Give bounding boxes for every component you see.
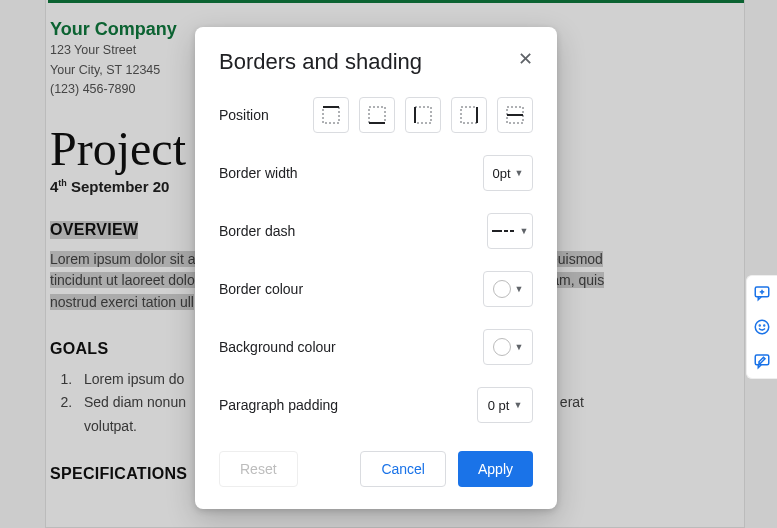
colour-swatch-icon [493,338,511,356]
border-width-row: Border width 0pt ▼ [219,155,533,191]
position-left-button[interactable] [405,97,441,133]
border-top-icon [322,106,340,124]
position-label: Position [219,107,269,123]
goal2c: volutpat. [84,418,137,434]
position-row: Position [219,97,533,133]
chevron-down-icon: ▼ [515,284,524,294]
apply-button[interactable]: Apply [458,451,533,487]
svg-point-13 [755,320,769,334]
header-divider [48,0,744,3]
svg-rect-6 [461,107,477,123]
close-icon[interactable]: ✕ [511,45,539,73]
border-colour-label: Border colour [219,281,303,297]
chevron-down-icon: ▼ [515,342,524,352]
dialog-title: Borders and shading [219,49,533,75]
position-top-button[interactable] [313,97,349,133]
goal2a: Sed diam nonun [84,394,186,410]
chevron-down-icon: ▼ [520,226,529,236]
chevron-down-icon: ▼ [513,400,522,410]
svg-point-15 [764,325,765,326]
svg-rect-16 [755,355,769,365]
svg-point-14 [759,325,760,326]
suggest-edits-icon[interactable] [751,350,773,372]
overview-heading: OVERVIEW [50,221,138,239]
chevron-down-icon: ▼ [515,168,524,178]
add-comment-icon[interactable] [751,282,773,304]
border-dash-icon [492,230,516,232]
borders-shading-dialog: Borders and shading ✕ Position Border wi… [195,27,557,509]
position-between-button[interactable] [497,97,533,133]
border-width-select[interactable]: 0pt ▼ [483,155,533,191]
border-between-icon [506,106,524,124]
border-dash-row: Border dash ▼ [219,213,533,249]
background-colour-row: Background colour ▼ [219,329,533,365]
date-ordinal: th [58,178,67,188]
overview-text-2: tincidunt ut laoreet dolo [50,272,195,288]
reset-button: Reset [219,451,298,487]
paragraph-padding-row: Paragraph padding 0 pt ▼ [219,387,533,423]
overview-text-1: Lorem ipsum dolor sit a [50,251,196,267]
border-left-icon [414,106,432,124]
position-right-button[interactable] [451,97,487,133]
background-colour-label: Background colour [219,339,336,355]
overview-text-3: nostrud exerci tation ull [50,294,194,310]
border-colour-select[interactable]: ▼ [483,271,533,307]
border-width-label: Border width [219,165,298,181]
date-rest: September 20 [67,178,170,195]
svg-rect-0 [323,107,339,123]
paragraph-padding-value: 0 pt [488,398,510,413]
position-bottom-button[interactable] [359,97,395,133]
goal1: Lorem ipsum do [84,371,184,387]
paragraph-padding-label: Paragraph padding [219,397,338,413]
border-bottom-icon [368,106,386,124]
background-colour-select[interactable]: ▼ [483,329,533,365]
svg-rect-2 [369,107,385,123]
border-right-icon [460,106,478,124]
paragraph-padding-select[interactable]: 0 pt ▼ [477,387,533,423]
border-dash-label: Border dash [219,223,295,239]
border-colour-row: Border colour ▼ [219,271,533,307]
emoji-icon[interactable] [751,316,773,338]
cancel-button[interactable]: Cancel [360,451,446,487]
border-width-value: 0pt [493,166,511,181]
side-rail [746,275,777,379]
colour-swatch-icon [493,280,511,298]
svg-rect-4 [415,107,431,123]
border-dash-select[interactable]: ▼ [487,213,533,249]
